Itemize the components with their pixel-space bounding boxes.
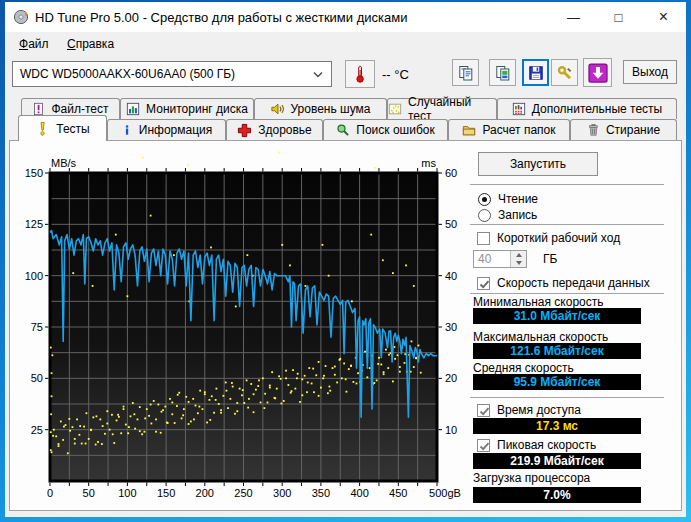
tab-error-scan[interactable]: Поиск ошибок bbox=[323, 119, 448, 140]
menu-file[interactable]: Файл bbox=[12, 32, 56, 55]
svg-text:50: 50 bbox=[31, 372, 43, 384]
separator bbox=[470, 293, 664, 294]
svg-text:0: 0 bbox=[47, 487, 53, 499]
access-time-checkbox[interactable] bbox=[477, 404, 490, 417]
svg-text:150: 150 bbox=[25, 167, 43, 179]
spinner-down-button[interactable] bbox=[511, 259, 526, 267]
copy-text-button[interactable] bbox=[452, 59, 479, 86]
tab-info[interactable]: Информация bbox=[107, 119, 226, 140]
write-label: Запись bbox=[498, 208, 537, 222]
max-speed-value: 121.6 Мбайт/сек bbox=[473, 343, 641, 359]
minimize-button[interactable]: — bbox=[551, 2, 596, 32]
random-test-icon bbox=[388, 102, 402, 116]
short-stroke-label: Короткий рабочий ход bbox=[497, 231, 620, 245]
access-time-label: Время доступа bbox=[497, 403, 581, 417]
tests-icon bbox=[35, 121, 50, 137]
svg-text:100: 100 bbox=[118, 487, 136, 499]
svg-text:200: 200 bbox=[196, 487, 214, 499]
svg-text:50: 50 bbox=[445, 218, 457, 230]
tab-label: Поиск ошибок bbox=[356, 123, 434, 137]
error-scan-icon bbox=[336, 123, 350, 137]
tab-folder-usage[interactable]: Расчет папок bbox=[448, 119, 570, 140]
short-stroke-unit-label: ГБ bbox=[543, 252, 557, 266]
tab-label: Тесты bbox=[56, 122, 89, 136]
svg-text:25: 25 bbox=[31, 424, 43, 436]
svg-text:20: 20 bbox=[445, 372, 457, 384]
tab-erase[interactable]: Стирание bbox=[570, 119, 677, 140]
svg-text:100: 100 bbox=[25, 270, 43, 282]
svg-text:40: 40 bbox=[445, 270, 457, 282]
app-icon bbox=[13, 9, 29, 25]
menu-help[interactable]: Справка bbox=[60, 32, 121, 55]
start-button[interactable]: Запустить bbox=[478, 152, 598, 176]
svg-text:300: 300 bbox=[273, 487, 291, 499]
mode-write-option[interactable]: Запись bbox=[478, 208, 537, 222]
tab-random-test[interactable]: Случайный тест bbox=[387, 98, 497, 119]
svg-text:150: 150 bbox=[157, 487, 175, 499]
tab-label: Стирание bbox=[606, 123, 660, 137]
burst-rate-checkbox[interactable] bbox=[477, 439, 490, 452]
access-time-value: 17.3 мс bbox=[473, 418, 641, 434]
options-icon bbox=[557, 65, 573, 81]
copy-text-icon bbox=[458, 65, 474, 81]
copy-image-button[interactable] bbox=[489, 59, 516, 86]
svg-text:350: 350 bbox=[312, 487, 330, 499]
max-speed-label: Максимальная скорость bbox=[473, 330, 608, 344]
health-icon bbox=[237, 123, 252, 138]
short-stroke-option[interactable]: Короткий рабочий ход bbox=[477, 231, 620, 245]
separator bbox=[470, 184, 664, 185]
tab-label: Информация bbox=[139, 123, 212, 137]
access-time-option[interactable]: Время доступа bbox=[477, 403, 581, 417]
maximize-button[interactable]: □ bbox=[596, 2, 641, 32]
tab-label: Уровень шума bbox=[291, 102, 371, 116]
write-radio[interactable] bbox=[478, 209, 491, 222]
window-frame: HD Tune Pro 5.00 - Средство для работы с… bbox=[0, 0, 691, 522]
benchmark-chart: 050100150200250300350400450500gB15012510… bbox=[14, 146, 466, 508]
exit-button[interactable]: Выход bbox=[623, 60, 677, 84]
tab-label: Расчет папок bbox=[482, 123, 555, 137]
save-icon bbox=[528, 65, 544, 81]
short-stroke-size-spinner[interactable]: 40 bbox=[473, 250, 527, 268]
tab-tests[interactable]: Тесты bbox=[18, 115, 107, 141]
read-radio[interactable] bbox=[478, 193, 491, 206]
copy-image-icon bbox=[495, 65, 511, 81]
info-icon bbox=[121, 123, 133, 137]
erase-icon bbox=[587, 123, 600, 137]
close-button[interactable]: × bbox=[641, 2, 686, 32]
drive-select[interactable]: WDC WD5000AAKX-60U6AA0 (500 ГБ) bbox=[12, 61, 332, 87]
thermometer-icon bbox=[352, 65, 368, 83]
tab-noise-level[interactable]: Уровень шума bbox=[254, 98, 387, 119]
mode-read-option[interactable]: Чтение bbox=[478, 192, 538, 206]
tab-label: Здоровье bbox=[258, 123, 312, 137]
svg-text:30: 30 bbox=[445, 321, 457, 333]
burst-rate-option[interactable]: Пиковая скорость bbox=[477, 438, 596, 452]
save-button[interactable] bbox=[522, 59, 549, 86]
update-button[interactable] bbox=[583, 58, 612, 87]
tab-disk-monitor[interactable]: Мониторинг диска bbox=[120, 98, 254, 119]
file-test-icon bbox=[32, 102, 45, 116]
svg-text:75: 75 bbox=[31, 321, 43, 333]
short-stroke-checkbox[interactable] bbox=[477, 232, 490, 245]
transfer-rate-option[interactable]: Скорость передачи данных bbox=[477, 276, 650, 290]
separator bbox=[470, 224, 664, 225]
min-speed-value: 31.0 Мбайт/сек bbox=[473, 308, 641, 324]
svg-text:125: 125 bbox=[25, 218, 43, 230]
read-label: Чтение bbox=[498, 192, 538, 206]
temperature-readout: -- °C bbox=[382, 60, 409, 88]
tab-label: Дополнительные тесты bbox=[532, 102, 662, 116]
tab-health[interactable]: Здоровье bbox=[226, 119, 323, 140]
dropdown-arrow-icon bbox=[313, 71, 323, 78]
download-icon bbox=[588, 63, 608, 83]
drive-select-value: WDC WD5000AAKX-60U6AA0 (500 ГБ) bbox=[13, 67, 313, 81]
short-stroke-size-value[interactable]: 40 bbox=[474, 251, 510, 267]
svg-text:MB/s: MB/s bbox=[51, 157, 77, 169]
transfer-rate-label: Скорость передачи данных bbox=[497, 276, 650, 290]
svg-text:250: 250 bbox=[234, 487, 252, 499]
tab-extra-tests[interactable]: Дополнительные тесты bbox=[497, 98, 677, 119]
temperature-button[interactable] bbox=[345, 60, 375, 88]
transfer-rate-checkbox[interactable] bbox=[477, 277, 490, 290]
burst-rate-label: Пиковая скорость bbox=[497, 438, 596, 452]
spinner-up-button[interactable] bbox=[511, 251, 526, 259]
options-button[interactable] bbox=[551, 59, 578, 86]
extra-tests-icon bbox=[512, 102, 526, 116]
